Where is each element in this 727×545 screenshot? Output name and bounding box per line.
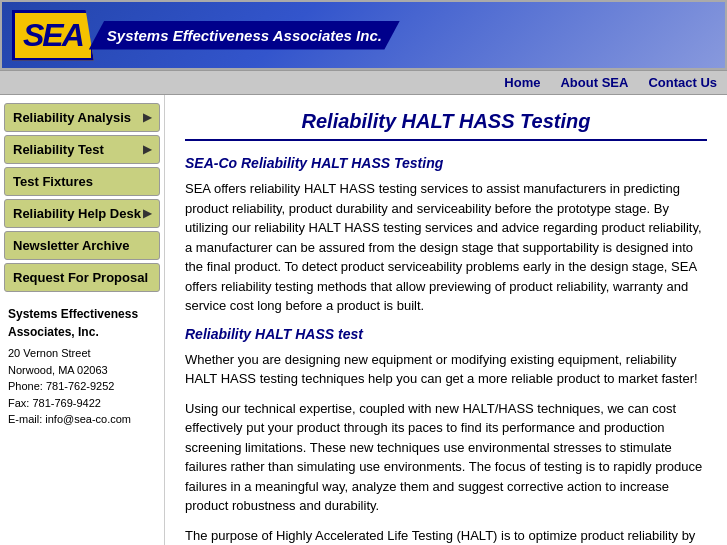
chevron-right-icon: ▶ — [143, 207, 151, 220]
sidebar-item-label: Request For Proposal — [13, 270, 148, 285]
page-header: SEA Systems Effectiveness Associates Inc… — [0, 0, 727, 70]
sidebar-item-test-fixtures[interactable]: Test Fixtures — [4, 167, 160, 196]
sidebar-item-label: Reliability Analysis — [13, 110, 131, 125]
section2-para1: Whether you are designing new equipment … — [185, 350, 707, 389]
chevron-right-icon: ▶ — [143, 143, 151, 156]
logo-area: SEA Systems Effectiveness Associates Inc… — [2, 5, 410, 66]
page-title: Reliability HALT HASS Testing — [185, 110, 707, 141]
company-address: 20 Vernon Street — [8, 345, 156, 362]
nav-link-contact-us[interactable]: Contact Us — [648, 75, 717, 90]
logo-sea: SEA — [12, 10, 94, 61]
nav-link-about-sea[interactable]: About SEA — [560, 75, 628, 90]
sidebar-item-request-for-proposal[interactable]: Request For Proposal — [4, 263, 160, 292]
page-layout: Reliability Analysis▶Reliability Test▶Te… — [0, 95, 727, 545]
sidebar: Reliability Analysis▶Reliability Test▶Te… — [0, 95, 165, 545]
sidebar-item-reliability-analysis[interactable]: Reliability Analysis▶ — [4, 103, 160, 132]
sidebar-item-reliability-test[interactable]: Reliability Test▶ — [4, 135, 160, 164]
company-city: Norwood, MA 02063 — [8, 362, 156, 379]
sidebar-item-label: Reliability Test — [13, 142, 104, 157]
sidebar-item-newsletter-archive[interactable]: Newsletter Archive — [4, 231, 160, 260]
section2-heading: Reliability HALT HASS test — [185, 326, 707, 342]
section2-para2: Using our technical expertise, coupled w… — [185, 399, 707, 516]
sidebar-item-reliability-help-desk[interactable]: Reliability Help Desk▶ — [4, 199, 160, 228]
chevron-right-icon: ▶ — [143, 111, 151, 124]
company-phone: Phone: 781-762-9252 — [8, 378, 156, 395]
sidebar-item-label: Reliability Help Desk — [13, 206, 141, 221]
nav-link-home[interactable]: Home — [504, 75, 540, 90]
section1-body: SEA offers reliability HALT HASS testing… — [185, 179, 707, 316]
company-name: Systems Effectiveness Associates, Inc. — [8, 305, 156, 341]
company-info: Systems Effectiveness Associates, Inc. 2… — [0, 295, 164, 438]
logo-tagline: Systems Effectiveness Associates Inc. — [89, 21, 400, 50]
company-fax: Fax: 781-769-9422 — [8, 395, 156, 412]
navigation-bar: HomeAbout SEAContact Us — [0, 70, 727, 95]
main-content: Reliability HALT HASS Testing SEA-Co Rel… — [165, 95, 727, 545]
section2-para3: The purpose of Highly Accelerated Life T… — [185, 526, 707, 546]
section1-heading: SEA-Co Reliability HALT HASS Testing — [185, 155, 707, 171]
sidebar-item-label: Test Fixtures — [13, 174, 93, 189]
sidebar-item-label: Newsletter Archive — [13, 238, 130, 253]
company-email: E-mail: info@sea-co.com — [8, 411, 156, 428]
